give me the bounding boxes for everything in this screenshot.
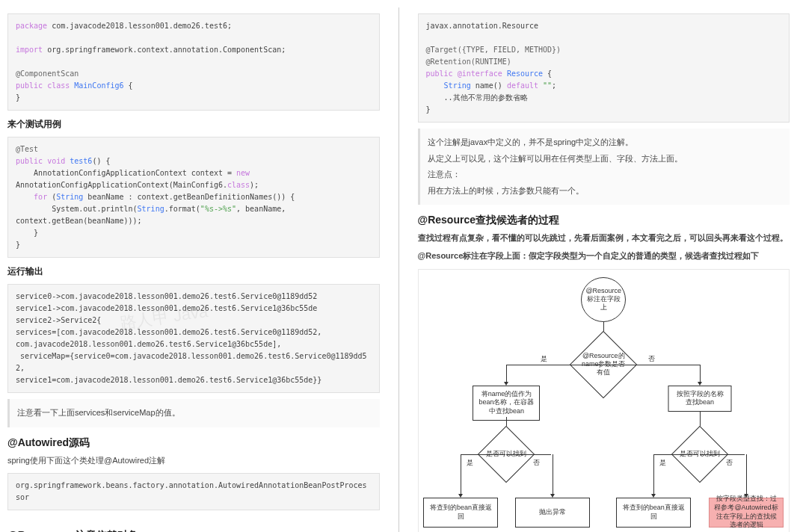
fc-rect-left: 将name的值作为bean名称，在容器中查找bean [473,386,540,421]
heading-process: @Resource查找候选者的过程 [418,214,790,227]
kw: package [16,22,47,30]
heading-autowired: @Autowired源码 [7,436,380,450]
left-column: 路人甲 Java package com.javacode2018.lesson… [7,7,380,532]
heading-output: 运行输出 [7,265,380,278]
p-spring: spring使用下面这个类处理@Autowired注解 [7,454,380,468]
fc-rect-right: 按照字段的名称查找bean [668,386,732,412]
column-divider [398,7,399,532]
code-block-resource-def: javax.annotation.Resource @Target({TYPE,… [418,13,790,123]
code-block-test: @Test public void test6() { AnnotationCo… [7,137,380,258]
quote-p2: 从定义上可以见，这个注解可以用在任何类型上面、字段、方法上面。 [428,152,783,166]
quote-p1: 这个注解是javax中定义的，并不是spring中定义的注解。 [428,136,783,149]
p-complex: 查找过程有点复杂，看不懂的可以先跳过，先看后面案例，本文看完之后，可以回头再来看… [418,232,790,245]
quote-p4: 用在方法上的时候，方法参数只能有一个。 [428,185,783,198]
quote-p3: 注意点： [428,168,783,182]
code-block-processor: org.springframework.beans.factory.annota… [7,473,380,510]
fc-b2: 抛出异常 [515,498,590,528]
fc-start: @Resource标注在字段上 [581,277,626,322]
fc-b4: 按字段类型查找：过程参考@Autowired标注在字段上的查找候选者的逻辑 [709,498,784,528]
code-block-config: package com.javacode2018.lesson001.demo2… [7,13,380,111]
quote-text: 注意看一下上面services和serviceMap的值。 [17,406,372,420]
flowchart: @Resource标注在字段上 @Resource的name参数是否有值 是 否 [418,269,790,532]
quote-services: 注意看一下上面services和serviceMap的值。 [7,399,380,427]
heading-resource: @Resource：注意依赖对象 [7,529,380,532]
right-column: 路人甲 Java 路人甲 Java javax.annotation.Resou… [418,7,790,532]
code-block-output: service0->com.javacode2018.lesson001.dem… [7,284,380,393]
p-field: @Resource标注在字段上面：假定字段类型为一个自定义的普通的类型，候选者查… [418,250,790,263]
fc-b1: 将查到的bean直接返回 [423,498,498,528]
fc-b3: 将查到的bean直接返回 [616,498,691,528]
quote-resource: 这个注解是javax中定义的，并不是spring中定义的注解。 从定义上可以见，… [418,129,790,205]
heading-test: 来个测试用例 [7,118,380,131]
